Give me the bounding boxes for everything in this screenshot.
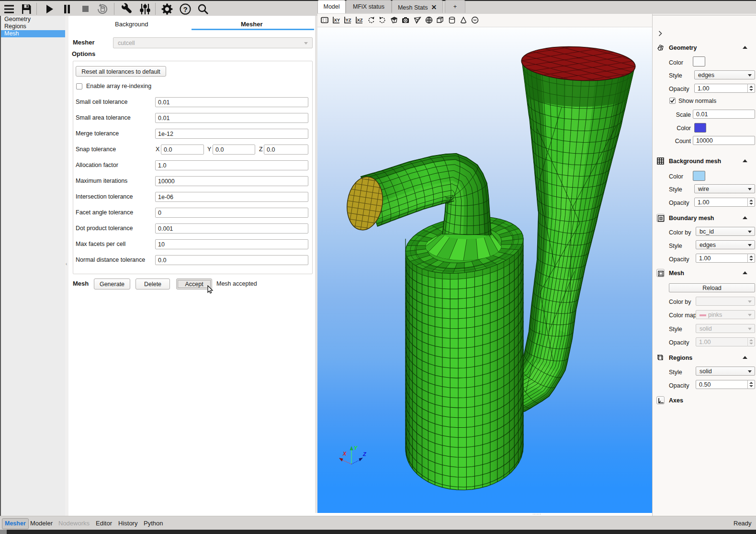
svg-text:YZ: YZ bbox=[346, 17, 351, 22]
svg-text:Y: Y bbox=[354, 445, 358, 451]
svg-text:?: ? bbox=[183, 5, 187, 13]
svg-text:Z: Z bbox=[362, 451, 367, 457]
svg-text:X: X bbox=[342, 451, 347, 456]
svg-text:XY: XY bbox=[334, 17, 340, 22]
svg-text:XZ: XZ bbox=[357, 17, 363, 22]
